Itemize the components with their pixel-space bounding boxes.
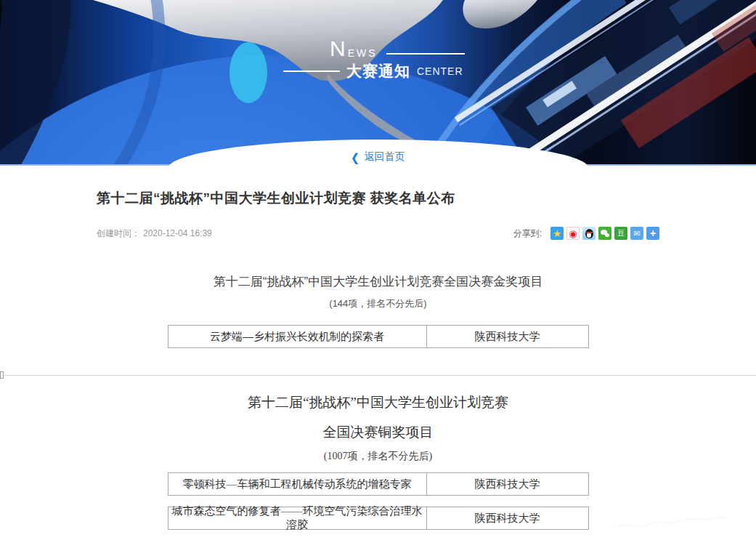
section-heading-line1: 第十二届“挑战杯”中国大学生创业计划竞赛 (0, 393, 756, 412)
section-gold-awards: 第十二届“挑战杯”中国大学生创业计划竞赛全国决赛金奖项目 (144项，排名不分先… (0, 273, 756, 348)
share-label: 分享到: (513, 227, 542, 240)
section-heading-line2: 全国决赛铜奖项目 (0, 423, 756, 442)
back-to-home-link[interactable]: ❮ 返回首页 (0, 150, 756, 164)
plus-icon: + (650, 227, 656, 239)
news-notice-page: N EWS 大赛通知 CENTER ❮ 返回首页 第十二届“挑战杯”中国大学生创… (0, 0, 756, 540)
share-douban-icon[interactable]: 豆 (614, 227, 627, 240)
banner: N EWS 大赛通知 CENTER ❮ 返回首页 (0, 0, 756, 166)
share-mail-icon[interactable]: ✉ (630, 227, 643, 240)
created-label: 创建时间： (97, 228, 140, 238)
award-row: 零顿科技—车辆和工程机械传动系统的增稳专家 陕西科技大学 (168, 472, 589, 496)
created-time: 创建时间：2020-12-04 16:39 (97, 227, 212, 240)
chat-bubbles-icon (601, 230, 609, 237)
created-value: 2020-12-04 16:39 (143, 228, 212, 238)
award-school-cell: 陕西科技大学 (427, 507, 588, 529)
section-count-note: (1007项，排名不分先后) (0, 450, 756, 463)
award-school-cell: 陕西科技大学 (427, 326, 588, 347)
divider-handle (0, 371, 4, 379)
douban-glyph: 豆 (617, 228, 625, 238)
section-heading: 第十二届“挑战杯”中国大学生创业计划竞赛全国决赛金奖项目 (0, 273, 756, 290)
page-title: 第十二届“挑战杯”中国大学生创业计划竞赛 获奖名单公布 (97, 189, 659, 208)
decorative-line-left (283, 70, 340, 72)
news-initial: N (330, 38, 346, 60)
award-school-cell: 陕西科技大学 (427, 473, 588, 495)
share-bar: 分享到: ★ ◉ 豆 ✉ + (513, 227, 659, 240)
award-row: 城市森态空气的修复者——环境空气污染综合治理水溶胶 陕西科技大学 (168, 507, 589, 530)
share-more-icon[interactable]: + (646, 227, 659, 240)
envelope-icon: ✉ (633, 229, 640, 238)
section-count-note: (144项，排名不分先后) (0, 297, 756, 310)
award-project-cell: 零顿科技—车辆和工程机械传动系统的增稳专家 (168, 473, 427, 495)
chevron-left-icon: ❮ (351, 150, 359, 163)
share-qzone-icon[interactable]: ★ (550, 227, 564, 240)
banner-title-cn: 大赛通知 (346, 61, 410, 81)
share-qq-icon[interactable] (582, 227, 596, 240)
watermark-scribble (612, 511, 728, 536)
banner-title-block: N EWS 大赛通知 CENTER (283, 38, 465, 81)
back-link-label: 返回首页 (364, 150, 405, 164)
section-bronze-awards: 第十二届“挑战杯”中国大学生创业计划竞赛 全国决赛铜奖项目 (1007项，排名不… (0, 393, 756, 530)
section-divider (0, 375, 756, 376)
star-icon: ★ (553, 228, 561, 239)
decorative-line-right (386, 53, 465, 55)
award-project-cell: 城市森态空气的修复者——环境空气污染综合治理水溶胶 (168, 507, 427, 529)
penguin-icon (585, 229, 593, 238)
award-project-cell: 云梦端—乡村振兴长效机制的探索者 (168, 326, 427, 347)
share-weibo-icon[interactable]: ◉ (566, 227, 580, 240)
share-wechat-icon[interactable] (598, 227, 611, 240)
award-row: 云梦端—乡村振兴长效机制的探索者 陕西科技大学 (168, 325, 589, 348)
banner-title-en: CENTER (417, 65, 463, 77)
weibo-eye-icon: ◉ (569, 228, 577, 239)
news-rest: EWS (348, 47, 378, 59)
